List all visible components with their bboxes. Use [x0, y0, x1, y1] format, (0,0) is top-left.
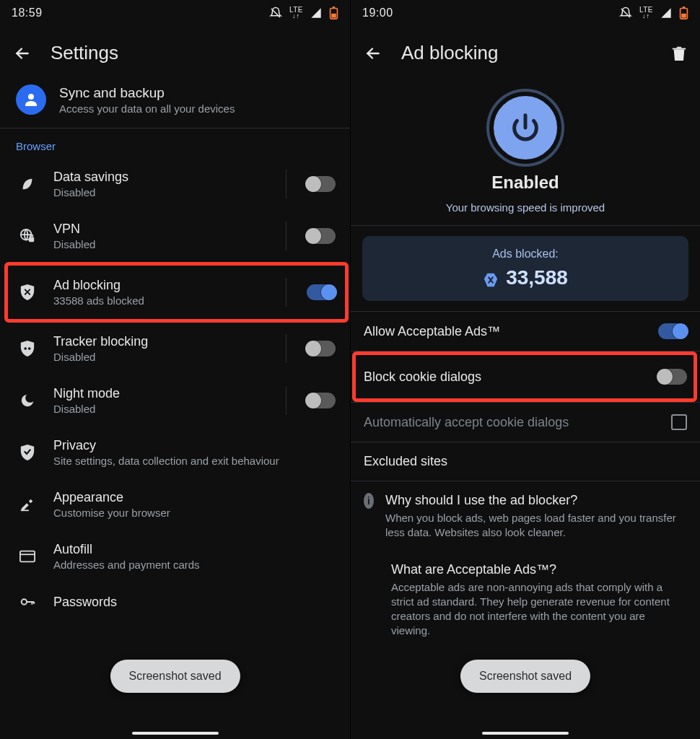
toggle-night-mode[interactable] — [307, 393, 336, 408]
power-toggle[interactable] — [489, 92, 561, 164]
item-title: Data savings — [53, 170, 270, 185]
item-title: VPN — [53, 222, 270, 237]
notifications-muted-icon — [269, 6, 282, 19]
item-privacy[interactable]: PrivacySite settings, data collection an… — [0, 427, 350, 478]
row-label: Automatically accept cookie dialogs — [364, 415, 569, 430]
divider — [351, 225, 700, 226]
toggle-tracker-blocking[interactable] — [307, 341, 336, 357]
row-auto-accept-cookie: Automatically accept cookie dialogs — [351, 402, 700, 442]
faq-answer: Acceptable ads are non-annoying ads that… — [391, 580, 687, 639]
item-title: Appearance — [53, 490, 336, 505]
row-label: Block cookie dialogs — [364, 370, 481, 385]
card-icon — [17, 550, 38, 563]
item-passwords[interactable]: Passwords — [0, 582, 350, 621]
item-night-mode[interactable]: Night modeDisabled — [0, 375, 350, 427]
faq-question: Why should I use the ad blocker? — [385, 493, 687, 508]
item-title: Autofill — [53, 542, 336, 557]
sync-subtitle: Access your data on all your devices — [59, 102, 235, 115]
item-subtitle: Customise your browser — [53, 507, 336, 519]
svg-point-11 — [22, 599, 27, 604]
nav-bar[interactable] — [0, 732, 350, 735]
divider — [286, 222, 286, 250]
globe-lock-icon — [17, 228, 38, 244]
svg-rect-5 — [29, 237, 34, 242]
brush-icon — [17, 497, 38, 512]
item-autofill[interactable]: AutofillAddresses and payment cards — [0, 530, 350, 582]
row-label: Excluded sites — [364, 454, 447, 469]
divider — [286, 278, 286, 307]
info-icon: i — [364, 493, 374, 509]
moon-icon — [17, 393, 38, 408]
status-time: 19:00 — [362, 6, 393, 19]
svg-point-3 — [28, 94, 34, 100]
nav-bar[interactable] — [351, 732, 700, 735]
svg-rect-8 — [21, 510, 29, 511]
notifications-muted-icon — [619, 6, 632, 19]
divider — [286, 334, 286, 363]
enabled-label: Enabled — [491, 172, 559, 193]
item-subtitle: Site settings, data collection and exit … — [53, 455, 336, 467]
row-excluded-sites[interactable]: Excluded sites — [351, 442, 700, 481]
row-label: Allow Acceptable Ads™ — [364, 324, 500, 339]
item-vpn[interactable]: VPNDisabled — [0, 210, 350, 262]
item-appearance[interactable]: AppearanceCustomise your browser — [0, 478, 350, 530]
network-lte-icon: LTE ↓↑ — [289, 6, 303, 19]
toast-screenshot-saved: Screenshot saved — [460, 660, 590, 693]
item-subtitle: Disabled — [53, 238, 270, 250]
status-bar: 19:00 LTE↓↑ — [351, 0, 700, 26]
sync-title: Sync and backup — [59, 85, 235, 101]
divider — [286, 170, 286, 198]
svg-rect-14 — [681, 14, 686, 18]
leaf-icon — [17, 176, 38, 192]
faq-acceptable-ads: What are Acceptable Ads™? Acceptable ads… — [351, 552, 700, 639]
toggle-data-savings[interactable] — [307, 176, 336, 192]
item-subtitle: Disabled — [53, 403, 270, 415]
item-title: Tracker blocking — [53, 334, 270, 349]
ads-blocked-card: Ads blocked: 33,588 — [362, 236, 688, 301]
adblock-hero: Enabled Your browsing speed is improved — [351, 79, 700, 225]
toggle-ad-blocking[interactable] — [307, 284, 336, 300]
item-data-savings[interactable]: Data savingsDisabled — [0, 158, 350, 210]
phone-ad-blocking: 19:00 LTE↓↑ Ad blocking — [350, 0, 700, 739]
shield-check-icon — [17, 444, 38, 461]
item-title: Ad blocking — [53, 278, 270, 293]
app-bar: Ad blocking — [351, 26, 700, 79]
back-button[interactable] — [13, 44, 32, 63]
section-browser: Browser — [0, 128, 350, 158]
shield-x-icon — [17, 284, 38, 301]
toggle-acceptable-ads[interactable] — [658, 323, 687, 339]
item-subtitle: Addresses and payment cards — [53, 559, 336, 571]
tracker-icon — [17, 340, 38, 357]
page-title: Settings — [51, 42, 118, 64]
phone-settings: 18:59 LTE ↓↑ Settings — [0, 0, 350, 739]
divider — [286, 386, 286, 415]
item-tracker-blocking[interactable]: Tracker blockingDisabled — [0, 323, 350, 375]
svg-rect-2 — [331, 14, 336, 18]
key-icon — [17, 594, 38, 610]
toggle-block-cookie-dialogs[interactable] — [658, 369, 687, 385]
battery-icon — [679, 6, 688, 19]
row-acceptable-ads[interactable]: Allow Acceptable Ads™ — [351, 311, 700, 351]
item-title: Night mode — [53, 386, 270, 401]
ads-blocked-label: Ads blocked: — [492, 248, 559, 261]
item-subtitle: Disabled — [53, 351, 270, 363]
svg-rect-9 — [20, 551, 35, 562]
network-lte-icon: LTE↓↑ — [639, 6, 653, 19]
toggle-vpn[interactable] — [307, 228, 336, 244]
avatar-icon — [16, 84, 46, 115]
item-ad-blocking[interactable]: Ad blocking33588 ads blocked — [0, 262, 350, 323]
svg-point-7 — [28, 347, 31, 350]
status-bar: 18:59 LTE ↓↑ — [0, 0, 350, 26]
status-time: 18:59 — [12, 6, 43, 19]
svg-rect-13 — [683, 6, 685, 8]
svg-point-6 — [24, 347, 27, 350]
app-bar: Settings — [0, 26, 350, 79]
ads-blocked-value: 33,588 — [506, 266, 568, 289]
svg-rect-15 — [673, 48, 686, 49]
enabled-subtitle: Your browsing speed is improved — [446, 201, 605, 214]
delete-button[interactable] — [671, 45, 687, 62]
row-block-cookie-dialogs[interactable]: Block cookie dialogs — [351, 351, 700, 402]
page-title: Ad blocking — [401, 42, 498, 64]
back-button[interactable] — [364, 44, 382, 63]
sync-row[interactable]: Sync and backup Access your data on all … — [0, 79, 350, 128]
